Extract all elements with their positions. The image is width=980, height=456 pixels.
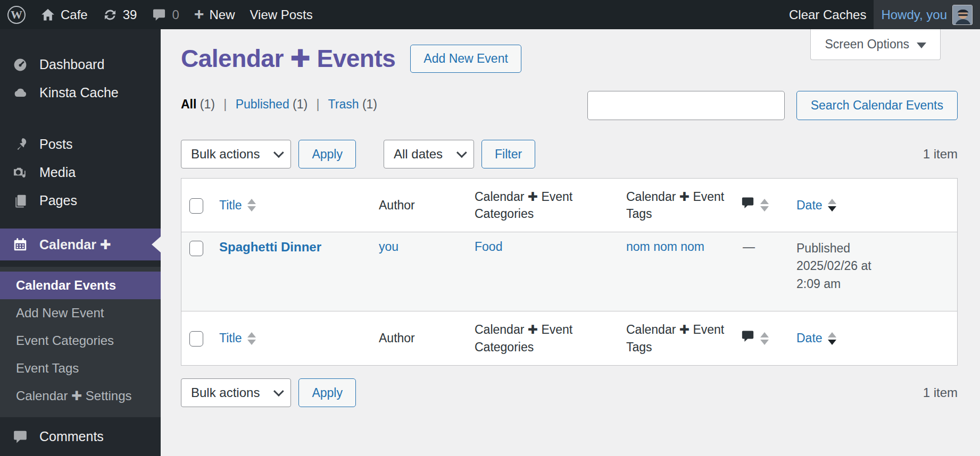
sidebar-item-dashboard[interactable]: Dashboard [0,50,161,79]
wordpress-logo-icon: W [7,6,26,24]
admin-bar-left: W Cafe 39 0 + New View Posts [0,0,320,29]
filter-published-count: (1) [293,97,308,111]
clear-caches-link[interactable]: Clear Caches [782,0,874,29]
no-comments-dash: — [741,240,755,254]
column-categories-label: Calendar ✚ Event Categories [475,321,610,355]
tags-link[interactable]: nom nom nom [626,240,704,254]
pages-icon [12,193,29,209]
table-footer-row: Title Author Calendar ✚ Event Categories… [181,311,957,365]
sidebar-item-media[interactable]: Media [0,158,161,187]
admin-sidebar-menu: Dashboard Kinsta Cache Posts Media Pages… [0,29,161,456]
view-posts-link[interactable]: View Posts [242,0,320,29]
top-toolbar: Bulk actions Apply All dates Filter 1 it… [181,140,958,168]
filter-trash-link[interactable]: Trash [328,97,359,111]
column-author-label: Author [379,197,415,214]
select-all-checkbox[interactable] [189,198,203,214]
new-label: New [209,7,235,22]
filter-all-link[interactable]: All [181,97,196,111]
event-title-link[interactable]: Spaghetti Dinner [219,240,321,255]
site-name-link[interactable]: Cafe [33,0,95,29]
sort-arrows-icon [760,332,769,345]
sidebar-item-label: Dashboard [39,57,104,72]
sidebar-item-pages[interactable]: Pages [0,187,161,215]
bulk-actions-select[interactable]: Bulk actions [181,140,291,168]
submenu-item-label: Calendar ✚ Settings [16,389,132,403]
submenu-spacer [0,260,161,267]
date-cell: Published 2025/02/26 at 2:09 am [796,240,898,293]
category-link[interactable]: Food [475,240,502,254]
column-title-label: Title [219,330,242,347]
comments-link[interactable]: 0 [144,0,186,29]
row-checkbox[interactable] [189,241,203,256]
apply-button-bottom[interactable]: Apply [298,378,356,407]
table-header-row: Title Author Calendar ✚ Event Categories… [181,179,957,232]
add-new-event-button[interactable]: Add New Event [410,45,521,73]
chevron-down-icon [456,147,467,158]
updates-link[interactable]: 39 [95,0,145,29]
sort-arrows-icon [247,199,256,212]
chevron-down-icon [273,147,284,158]
plus-icon: + [194,5,204,22]
sidebar-item-kinsta-cache[interactable]: Kinsta Cache [0,79,161,107]
sidebar-item-label: Kinsta Cache [39,85,119,100]
new-content-link[interactable]: + New [187,0,243,29]
pushpin-icon [12,137,29,153]
clear-caches-label: Clear Caches [789,7,866,22]
submenu-item-label: Event Categories [16,333,114,348]
events-list-table: Title Author Calendar ✚ Event Categories… [181,178,958,366]
submenu-item-calendar-settings[interactable]: Calendar ✚ Settings [0,382,161,410]
sidebar-item-comments[interactable]: Comments [0,423,161,451]
status-filter-links: All (1) | Published (1) | Trash (1) [181,97,377,122]
screen-options-toggle[interactable]: Screen Options [810,29,941,60]
column-categories-label: Calendar ✚ Event Categories [475,188,610,222]
comments-column-icon [741,329,755,348]
site-name-label: Cafe [61,7,88,22]
submenu-item-event-tags[interactable]: Event Tags [0,354,161,382]
admin-bar: W Cafe 39 0 + New View Posts [0,0,980,29]
filter-divider: | [317,97,320,111]
sidebar-item-label: Media [39,165,76,180]
all-dates-value: All dates [394,147,443,162]
search-input[interactable] [587,91,785,120]
cloud-icon [12,85,29,101]
sidebar-separator [0,107,161,130]
sort-arrows-icon [247,332,256,345]
submenu-item-add-new-event[interactable]: Add New Event [0,299,161,327]
submenu-item-label: Add New Event [16,306,104,320]
filter-published-link[interactable]: Published [236,97,289,111]
sort-by-comments-link[interactable] [741,329,769,348]
bulk-actions-value: Bulk actions [191,147,260,162]
column-date-label: Date [796,330,823,347]
sort-by-date-link[interactable]: Date [796,330,836,347]
sort-by-date-link[interactable]: Date [796,197,836,214]
updates-count: 39 [123,7,137,22]
screen-options-label: Screen Options [825,37,909,52]
sort-by-comments-link[interactable] [741,196,769,214]
filter-divider: | [223,97,227,111]
submenu-item-event-categories[interactable]: Event Categories [0,327,161,354]
filter-button[interactable]: Filter [481,140,535,168]
select-all-checkbox[interactable] [189,331,203,347]
sort-arrows-icon [760,199,769,212]
sidebar-item-posts[interactable]: Posts [0,130,161,158]
howdy-label: Howdy, you [881,7,947,22]
bulk-actions-value: Bulk actions [191,385,260,400]
updates-icon [103,7,118,22]
sort-by-title-link[interactable]: Title [219,197,256,214]
submenu-item-label: Event Tags [16,361,79,376]
wordpress-menu[interactable]: W [0,0,33,29]
comment-bubble-icon [152,7,167,22]
howdy-account-menu[interactable]: Howdy, you [874,0,980,29]
sidebar-item-calendar-plus[interactable]: Calendar ✚ [0,229,161,260]
search-calendar-events-button[interactable]: Search Calendar Events [796,91,958,120]
bulk-actions-select-bottom[interactable]: Bulk actions [181,378,291,407]
sidebar-item-label: Pages [39,193,77,208]
sort-by-title-link[interactable]: Title [219,330,256,347]
sidebar-item-label: Calendar ✚ [39,237,111,252]
all-dates-select[interactable]: All dates [384,140,474,168]
column-title-label: Title [219,197,242,214]
dashboard-gauge-icon [12,57,29,73]
submenu-item-calendar-events[interactable]: Calendar Events [0,272,161,299]
apply-button[interactable]: Apply [298,140,356,168]
author-link[interactable]: you [379,240,398,254]
